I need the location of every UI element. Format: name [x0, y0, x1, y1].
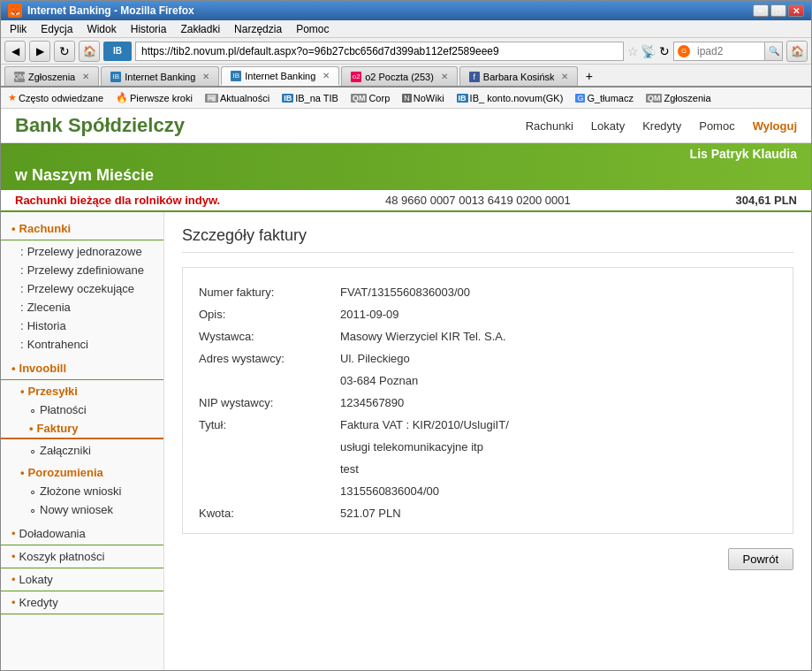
tabs-bar: QM Zgłoszenia ✕ IB Internet Banking ✕ IB… — [1, 65, 811, 88]
search-bar: G 🔍 — [673, 42, 783, 61]
bookmark-star[interactable]: ☆ — [627, 44, 639, 58]
menu-pomoc[interactable]: Pomoc — [291, 22, 334, 36]
bullet-icon-5: • — [20, 466, 25, 479]
sidebar-item-przesylki[interactable]: • Przesyłki — [1, 382, 163, 400]
browser-icon: 🦊 — [8, 4, 22, 18]
sidebar-item-nowy-wniosek[interactable]: ∘ Nowy wniosek — [1, 500, 163, 519]
sidebar-item-historia[interactable]: : Historia — [1, 316, 163, 335]
menu-plik[interactable]: Plik — [4, 22, 32, 36]
field-value-9: 1315560836004/00 — [333, 480, 784, 502]
bank-name-line1: Bank Spółdzielczy — [15, 114, 185, 137]
bookmark-zgloszenia[interactable]: QM Zgłoszenia — [642, 92, 715, 104]
sidebar-item-zlozone[interactable]: ∘ Złożone wnioski — [1, 482, 163, 500]
forward-nav-button[interactable]: ▶ — [29, 41, 50, 62]
refresh-button[interactable]: ↻ — [54, 41, 75, 62]
tab-ib1[interactable]: IB Internet Banking ✕ — [101, 66, 219, 86]
bookmark-ib-konto[interactable]: IB IB_ konto.novum(GK) — [453, 92, 567, 104]
sidebar-item-lokaty[interactable]: • Lokaty — [1, 570, 163, 589]
bullet-icon-2: • — [11, 362, 16, 375]
tab-close-o2[interactable]: ✕ — [441, 72, 448, 81]
new-tab-button[interactable]: + — [580, 66, 599, 86]
sidebar-item-zlecenia[interactable]: : Zlecenia — [1, 298, 163, 316]
menu-widok[interactable]: Widok — [81, 22, 121, 36]
account-balance: 304,61 PLN — [736, 194, 797, 207]
bookmark-aktualnosci[interactable]: 📰 Aktualności — [201, 92, 273, 104]
tab-close-ib1[interactable]: ✕ — [202, 72, 209, 81]
tab-zgłoszenia[interactable]: QM Zgłoszenia ✕ — [4, 66, 99, 86]
account-number: 48 9660 0007 0013 6419 0200 0001 — [385, 194, 571, 207]
nav-kredyty[interactable]: Kredyty — [642, 119, 681, 133]
sidebar-item-rachunki[interactable]: • Rachunki — [1, 219, 163, 238]
star-icon: ★ — [8, 92, 17, 103]
tab-close-fb[interactable]: ✕ — [561, 72, 568, 81]
sidebar-divider-3 — [1, 545, 163, 545]
sidebar-item-koszyk[interactable]: • Koszyk płatności — [1, 547, 163, 566]
sidebar-item-zalaczniki[interactable]: ∘ Załączniki — [1, 441, 163, 460]
field-label-1: Opis: — [192, 303, 333, 325]
field-label-8 — [192, 458, 333, 480]
sidebar-active-underline — [1, 438, 163, 439]
rss-icon[interactable]: 📡 — [641, 44, 656, 58]
tab-close-ib2[interactable]: ✕ — [323, 71, 330, 80]
refresh-small-button[interactable]: ↻ — [659, 44, 670, 58]
back-button[interactable]: Powrót — [728, 548, 793, 570]
bookmark-czesto[interactable]: ★ Często odwiedzane — [4, 91, 107, 104]
sidebar-item-kontrahenci[interactable]: : Kontrahenci — [1, 335, 163, 354]
address-bar[interactable] — [135, 42, 624, 61]
account-bar: Rachunki bieżące dla rolników indyw. 48 … — [1, 190, 811, 212]
home-button[interactable]: 🏠 — [79, 41, 100, 62]
tab-o2[interactable]: o2 o2 Poczta (253) ✕ — [341, 66, 458, 86]
bank-header: Bank Spółdzielczy Rachunki Lokaty Kredyt… — [1, 109, 811, 143]
search-input[interactable] — [694, 42, 764, 60]
nav-pomoc[interactable]: Pomoc — [699, 119, 734, 133]
back-button-row: Powrót — [182, 548, 793, 570]
bank-name-line2: w Naszym Mieście — [15, 166, 797, 185]
nav-lokaty[interactable]: Lokaty — [591, 119, 625, 133]
sidebar-item-przelewy-zdef[interactable]: : Przelewy zdefiniowane — [1, 261, 163, 279]
menu-edycja[interactable]: Edycja — [35, 22, 78, 36]
close-button[interactable]: ✕ — [788, 4, 804, 17]
nav-rachunki[interactable]: Rachunki — [526, 119, 573, 133]
tab-favicon-fb: f — [469, 72, 480, 82]
maximize-button[interactable]: □ — [770, 4, 786, 17]
sidebar-item-przelewy-ocz[interactable]: : Przelewy oczekujące — [1, 279, 163, 298]
search-button[interactable]: 🔍 — [764, 42, 782, 60]
sidebar-divider-5 — [1, 591, 163, 591]
field-label-9 — [192, 480, 333, 502]
window-controls[interactable]: − □ ✕ — [753, 4, 804, 17]
sidebar-item-platnosci[interactable]: ∘ Płatności — [1, 400, 163, 419]
bookmark-gtlumacz[interactable]: G G_tłumacz — [572, 92, 637, 104]
minimize-button[interactable]: − — [753, 4, 769, 17]
bookmark-ib-na-tib[interactable]: IB IB_na TIB — [278, 92, 342, 104]
bullet-icon-9: • — [11, 596, 16, 609]
sidebar-item-doladowania[interactable]: • Doładowania — [1, 524, 163, 543]
menu-narzedzia[interactable]: Narzędzia — [229, 22, 287, 36]
bank-name-block: Bank Spółdzielczy — [15, 114, 185, 137]
sidebar-item-porozumienia[interactable]: • Porozumienia — [1, 463, 163, 482]
home-page-button[interactable]: 🏠 — [786, 41, 808, 62]
tab-favicon-o2: o2 — [351, 72, 361, 82]
tab-fb[interactable]: f Barbara Kosińska ✕ — [459, 66, 578, 86]
google-icon: G — [575, 94, 585, 103]
sidebar-item-przelewy-jed[interactable]: : Przelewy jednorazowe — [1, 242, 163, 261]
tab-ib2[interactable]: IB Internet Banking ✕ — [221, 66, 339, 86]
back-nav-button[interactable]: ◀ — [4, 41, 26, 62]
bookmark-pierwsze[interactable]: 🔥 Pierwsze kroki — [112, 91, 196, 104]
logout-button[interactable]: Wyloguj — [753, 119, 797, 133]
sidebar-item-invoobill[interactable]: • Invoobill — [1, 359, 163, 377]
sidebar-item-kredyty[interactable]: • Kredyty — [1, 593, 163, 612]
table-row: Wystawca: Masowy Wierzyciel KIR Tel. S.A… — [192, 325, 784, 347]
table-row: Opis: 2011-09-09 — [192, 303, 784, 325]
bookmark-corp[interactable]: QM Corp — [347, 92, 393, 104]
qm-corp-icon: QM — [351, 94, 368, 103]
sidebar-item-faktury[interactable]: • Faktury — [1, 419, 163, 438]
field-value-0: FVAT/1315560836003/00 — [333, 277, 784, 303]
site-favicon: IB — [103, 42, 132, 61]
menu-zakladki[interactable]: Zakładki — [175, 22, 225, 36]
search-engine-icon: G — [678, 45, 690, 57]
bookmark-nowiki[interactable]: N NoWiki — [398, 92, 447, 104]
menu-historia[interactable]: Historia — [125, 22, 172, 36]
field-value-5: 1234567890 — [333, 392, 784, 414]
tab-close-zgłoszenia[interactable]: ✕ — [82, 72, 89, 81]
field-label-4 — [192, 370, 333, 392]
